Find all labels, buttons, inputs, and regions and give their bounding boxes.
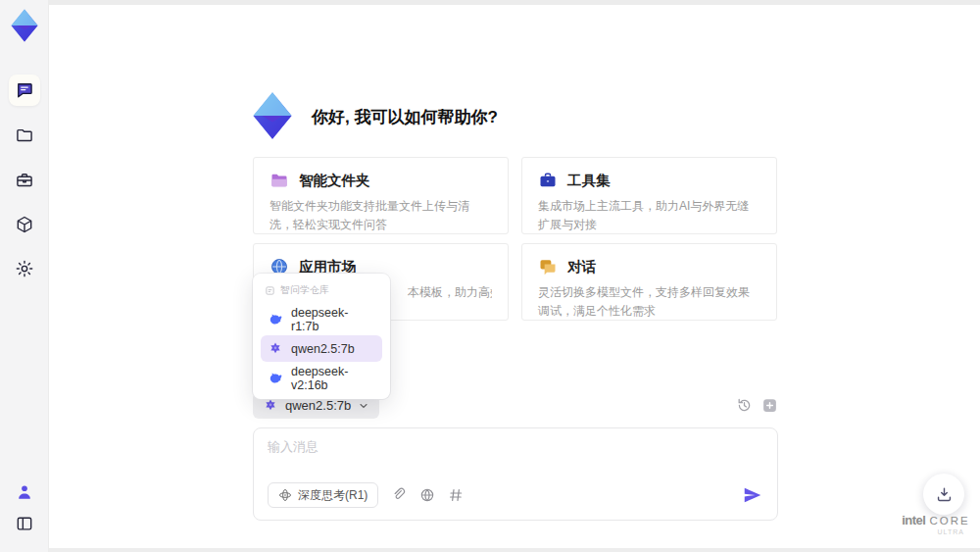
card-desc: 灵活切换多模型文件，支持多样回复效果调试，满足个性化需求 <box>538 283 760 320</box>
ultra-label: ultra <box>902 528 970 535</box>
chevron-down-icon <box>358 400 369 412</box>
card-desc: 集成市场上主流工具，助力AI与外界无缝扩展与对接 <box>538 197 760 233</box>
deepseek-whale-icon <box>268 312 283 327</box>
qwen-star-icon <box>263 398 278 414</box>
folder-purple-icon <box>270 171 289 190</box>
send-button[interactable] <box>742 484 763 506</box>
greeting-title: 你好, 我可以如何帮助你? <box>312 106 498 128</box>
panel-icon <box>15 514 34 533</box>
sidebar-item-chat[interactable] <box>9 75 40 106</box>
new-chat-button[interactable] <box>761 397 778 414</box>
download-manager-button[interactable] <box>923 474 964 515</box>
deep-think-label: 深度思考(R1) <box>298 487 368 504</box>
web-search-button[interactable] <box>419 487 435 503</box>
paperclip-icon <box>391 487 407 503</box>
intel-core-badge: intel core ultra <box>902 513 970 535</box>
card-smart-folder[interactable]: 智能文件夹 智能文件夹功能支持批量文件上传与清洗，轻松实现文件问答 <box>253 157 509 234</box>
commands-button[interactable] <box>448 487 464 503</box>
send-icon <box>742 484 763 506</box>
deep-think-toggle[interactable]: 深度思考(R1) <box>268 482 378 508</box>
globe-icon <box>419 487 435 503</box>
card-desc: 智能文件夹功能支持批量文件上传与清洗，轻松实现文件问答 <box>270 197 492 233</box>
window-top-edge <box>0 0 980 5</box>
conversation-actions <box>736 397 778 414</box>
repo-icon <box>265 285 275 296</box>
history-button[interactable] <box>736 397 753 414</box>
sidebar-item-toolbox[interactable] <box>9 165 40 196</box>
card-title: 工具集 <box>567 172 611 190</box>
core-wordmark: core <box>930 515 970 527</box>
qwen-star-icon <box>268 341 283 357</box>
message-input[interactable] <box>268 438 758 476</box>
sidebar-item-settings[interactable] <box>9 253 40 284</box>
history-icon <box>736 397 753 414</box>
card-dialogue[interactable]: 对话 灵活切换多模型文件，支持多样回复效果调试，满足个性化需求 <box>521 243 777 321</box>
chat-icon <box>15 80 34 100</box>
gear-icon <box>15 259 34 278</box>
app-logo <box>7 8 42 43</box>
sidebar-item-user[interactable] <box>9 477 40 508</box>
model-dropdown-header: 智问学仓库 <box>261 281 382 303</box>
model-option-deepseek-v2[interactable]: deepseek-v2:16b <box>261 365 382 391</box>
sidebar-item-models[interactable] <box>9 209 40 240</box>
user-icon <box>15 482 34 502</box>
folder-icon <box>15 125 34 145</box>
window-bottom-edge <box>0 548 980 552</box>
deepseek-whale-icon <box>268 371 283 386</box>
model-option-deepseek-r1[interactable]: deepseek-r1:7b <box>261 306 382 332</box>
model-dropdown: 智问学仓库 deepseek-r1:7b qwen2.5:7b deepseek… <box>253 274 390 399</box>
greeting-logo <box>247 90 298 141</box>
attach-file-button[interactable] <box>391 487 407 503</box>
chat-orange-icon <box>538 257 558 276</box>
card-title: 对话 <box>567 258 596 276</box>
sidebar-item-folders[interactable] <box>9 120 40 151</box>
card-toolset[interactable]: 工具集 集成市场上主流工具，助力AI与外界无缝扩展与对接 <box>521 157 777 234</box>
download-icon <box>935 485 954 504</box>
sidebar-item-panel-toggle[interactable] <box>9 508 40 539</box>
intel-wordmark: intel <box>902 513 925 527</box>
model-option-qwen25[interactable]: qwen2.5:7b <box>261 335 382 362</box>
model-selector-label: qwen2.5:7b <box>285 398 351 413</box>
atom-icon <box>278 488 292 502</box>
briefcase-blue-icon <box>538 171 558 190</box>
cube-icon <box>15 215 34 234</box>
hash-icon <box>448 487 464 503</box>
new-chat-icon <box>761 397 778 414</box>
message-composer: 深度思考(R1) <box>253 427 778 521</box>
sidebar <box>0 0 49 552</box>
card-title: 智能文件夹 <box>299 172 370 190</box>
toolbox-icon <box>15 171 34 190</box>
